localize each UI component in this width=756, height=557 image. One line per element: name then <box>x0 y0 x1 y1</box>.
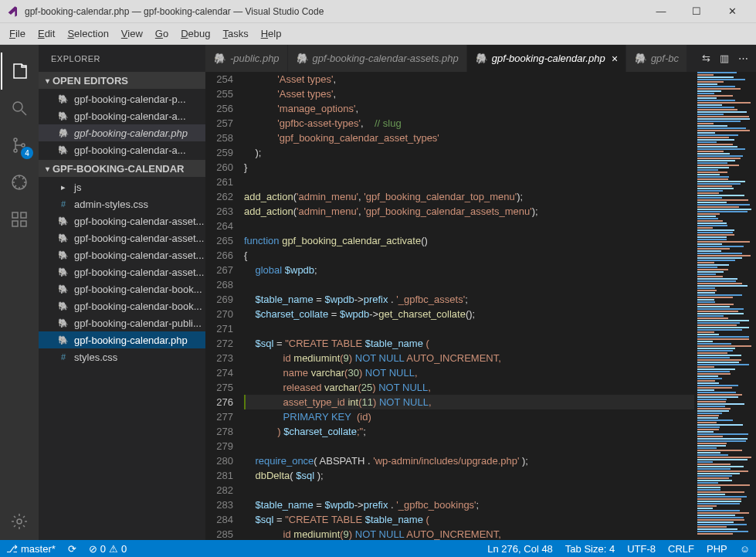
tree-label: gpf-booking-calendar-publi... <box>74 318 202 329</box>
code-area[interactable]: 'Asset types', 'Asset types', 'manage_op… <box>244 72 694 540</box>
more-icon[interactable]: ⋯ <box>738 53 748 64</box>
activity-scm[interactable]: 4 <box>1 127 38 164</box>
menu-file[interactable]: File <box>3 28 32 39</box>
activity-explorer[interactable] <box>1 53 38 90</box>
code-line[interactable] <box>244 175 694 189</box>
status-sync[interactable]: ⟳ <box>62 543 83 555</box>
svg-point-2 <box>14 149 17 152</box>
code-line[interactable]: require_once( ABSPATH . 'wp-admin/includ… <box>244 453 694 468</box>
code-line[interactable]: global $wpdb; <box>244 263 694 277</box>
code-line[interactable] <box>244 321 694 336</box>
minimize-button[interactable]: ― <box>643 0 679 23</box>
tree-item[interactable]: 🐘gpf-booking-calendar-book... <box>39 280 205 297</box>
menu-edit[interactable]: Edit <box>32 28 61 39</box>
editor-tab[interactable]: 🐘gpf-bc <box>626 45 687 72</box>
code-line[interactable]: $charset_collate = $wpdb->get_charset_co… <box>244 307 694 321</box>
tree-item[interactable]: 🐘gpf-booking-calendar-asset... <box>39 229 205 246</box>
tree-item[interactable]: 🐘gpf-booking-calendar-a... <box>39 107 205 124</box>
activity-settings[interactable] <box>1 503 38 540</box>
code-line[interactable]: { <box>244 248 694 263</box>
status-lang[interactable]: PHP <box>700 543 734 555</box>
php-icon: 🐘 <box>57 317 69 329</box>
menu-view[interactable]: View <box>115 28 149 39</box>
menu-selection[interactable]: Selection <box>61 28 114 39</box>
status-encoding[interactable]: UTF-8 <box>621 543 662 555</box>
editor-tab[interactable]: 🐘gpf-booking-calendar.php× <box>467 45 626 72</box>
tree-item[interactable]: 🐘gpf-booking-calendar-asset... <box>39 212 205 229</box>
close-icon[interactable]: × <box>612 53 618 65</box>
line-gutter: 2542552562572582592602612622632642652662… <box>205 72 244 540</box>
code-line[interactable]: PRIMARY KEY (id) <box>244 409 694 424</box>
code-line[interactable]: 'gpfbc-asset-types', // slug <box>244 116 694 131</box>
tree-label: gpf-booking-calendar-p... <box>74 93 186 105</box>
php-icon: 🐘 <box>57 127 69 139</box>
editor[interactable]: 2542552562572582592602612622632642652662… <box>205 72 756 540</box>
code-line[interactable]: released varchar(25) NOT NULL, <box>244 380 694 395</box>
activity-debug[interactable] <box>1 164 38 201</box>
svg-rect-6 <box>21 212 26 218</box>
code-line[interactable]: id mediumint(9) NOT NULL AUTO_INCREMENT, <box>244 351 694 365</box>
php-icon: 🐘 <box>57 144 69 156</box>
maximize-button[interactable]: ☐ <box>679 0 714 23</box>
tree-item[interactable]: ▸js <box>39 178 205 195</box>
code-line[interactable]: 'manage_options', <box>244 101 694 116</box>
status-branch[interactable]: ⎇ master* <box>0 543 62 555</box>
tree-label: gpf-booking-calendar-asset... <box>74 267 204 278</box>
code-line[interactable]: 'Asset types', <box>244 72 694 87</box>
code-line[interactable]: dbDelta( $sql ); <box>244 468 694 483</box>
status-problems[interactable]: ⊘ 0 ⚠ 0 <box>83 543 133 555</box>
compare-icon[interactable]: ⇆ <box>702 53 710 64</box>
tree-item[interactable]: #admin-styles.css <box>39 195 205 212</box>
status-eol[interactable]: CRLF <box>662 543 700 555</box>
php-icon: 🐘 <box>57 249 69 261</box>
code-line[interactable] <box>244 439 694 453</box>
code-line[interactable]: name varchar(30) NOT NULL, <box>244 365 694 380</box>
tree-item[interactable]: 🐘gpf-booking-calendar.php <box>39 331 205 348</box>
editor-tab[interactable]: 🐘-public.php <box>205 45 288 72</box>
split-icon[interactable]: ▥ <box>720 53 729 64</box>
tree-item[interactable]: 🐘gpf-booking-calendar-book... <box>39 297 205 314</box>
editor-tab[interactable]: 🐘gpf-booking-calendar-assets.php <box>288 45 467 72</box>
status-feedback[interactable]: ☺ <box>734 543 756 555</box>
code-line[interactable]: add_action('admin_menu', 'gpf_booking_ca… <box>244 204 694 219</box>
menu-go[interactable]: Go <box>149 28 175 39</box>
php-icon: 🐘 <box>57 266 69 278</box>
tree-item[interactable]: 🐘gpf-booking-calendar-a... <box>39 141 205 158</box>
code-line[interactable]: add_action('admin_menu', 'gpf_booking_ca… <box>244 189 694 204</box>
code-line[interactable]: } <box>244 160 694 175</box>
section-header[interactable]: ▾GPF-BOOKING-CALENDAR <box>39 160 205 177</box>
code-line[interactable]: function gpf_booking_calendar_activate() <box>244 233 694 248</box>
svg-point-0 <box>13 102 22 111</box>
close-button[interactable]: ✕ <box>714 0 750 23</box>
code-line[interactable]: asset_type_id int(11) NOT NULL, <box>244 395 694 409</box>
code-line[interactable]: $table_name = $wpdb->prefix . '_gpfbc_as… <box>244 292 694 307</box>
menu-help[interactable]: Help <box>255 28 288 39</box>
menu-tasks[interactable]: Tasks <box>216 28 254 39</box>
minimap[interactable] <box>694 72 756 540</box>
code-line[interactable]: ); <box>244 145 694 160</box>
code-line[interactable]: 'Asset types', <box>244 87 694 101</box>
activity-search[interactable] <box>1 90 38 127</box>
code-line[interactable] <box>244 277 694 292</box>
code-line[interactable]: $sql = "CREATE TABLE $table_name ( <box>244 512 694 527</box>
tree-item[interactable]: 🐘gpf-booking-calendar-p... <box>39 90 205 107</box>
tree-item[interactable]: 🐘gpf-booking-calendar.php <box>39 124 205 141</box>
code-line[interactable]: 'gpf_booking_calendar_asset_types' <box>244 131 694 145</box>
status-spaces[interactable]: Tab Size: 4 <box>559 543 621 555</box>
tree-item[interactable]: 🐘gpf-booking-calendar-asset... <box>39 246 205 263</box>
code-line[interactable] <box>244 483 694 498</box>
activity-extensions[interactable] <box>1 201 38 238</box>
php-icon: 🐘 <box>57 93 69 105</box>
section-header[interactable]: ▾OPEN EDITORS <box>39 72 205 89</box>
tree-item[interactable]: #styles.css <box>39 348 205 365</box>
code-line[interactable]: id mediumint(9) NOT NULL AUTO_INCREMENT, <box>244 527 694 540</box>
code-line[interactable]: $sql = "CREATE TABLE $table_name ( <box>244 336 694 351</box>
menu-debug[interactable]: Debug <box>175 28 216 39</box>
tree-item[interactable]: 🐘gpf-booking-calendar-asset... <box>39 263 205 280</box>
tree-item[interactable]: 🐘gpf-booking-calendar-publi... <box>39 314 205 331</box>
status-lncol[interactable]: Ln 276, Col 48 <box>481 543 559 555</box>
code-line[interactable]: $table_name = $wpdb->prefix . '_gpfbc_bo… <box>244 498 694 512</box>
code-line[interactable]: ) $charset_collate;"; <box>244 424 694 439</box>
code-line[interactable] <box>244 219 694 233</box>
php-icon: 🐘 <box>57 232 69 244</box>
